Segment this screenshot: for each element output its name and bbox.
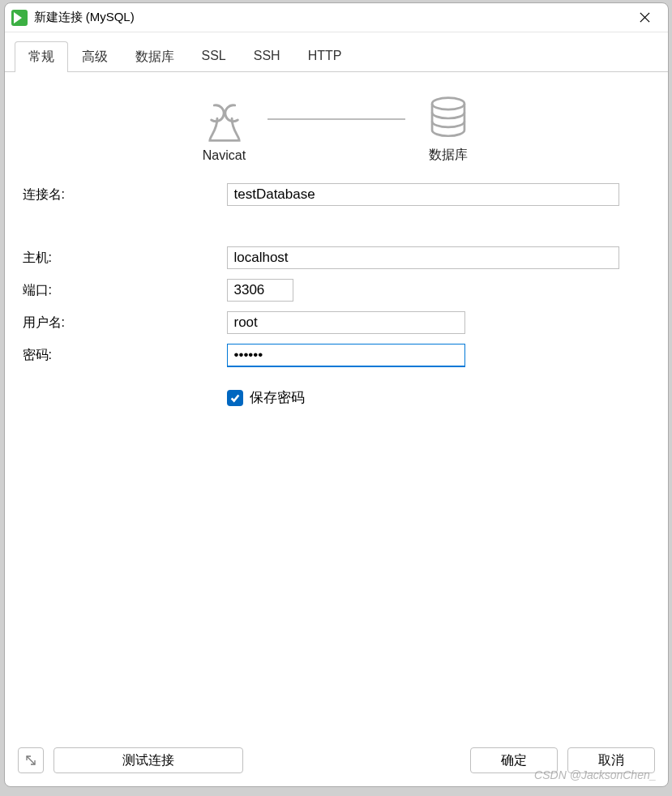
- svg-point-2: [432, 98, 464, 110]
- dialog-window: 新建连接 (MySQL) 常规 高级 数据库 SSL SSH HTTP: [4, 2, 669, 787]
- dialog-footer: 测试连接 确定 取消: [5, 738, 668, 786]
- tab-http[interactable]: HTTP: [294, 41, 356, 72]
- navicat-icon: [201, 96, 248, 143]
- resize-icon: [24, 754, 37, 767]
- row-password: 密码:: [23, 344, 650, 367]
- database-icon: [425, 95, 472, 142]
- hero-connector-line: [268, 118, 405, 120]
- close-button[interactable]: [627, 6, 663, 30]
- titlebar: 新建连接 (MySQL): [5, 3, 668, 32]
- window-title: 新建连接 (MySQL): [34, 10, 627, 25]
- input-port[interactable]: [227, 279, 293, 302]
- label-connection-name: 连接名:: [23, 186, 227, 203]
- tab-bar: 常规 高级 数据库 SSL SSH HTTP: [5, 32, 668, 72]
- test-connection-button[interactable]: 测试连接: [54, 747, 243, 773]
- row-username: 用户名:: [23, 311, 650, 334]
- hero-navicat: Navicat: [201, 96, 248, 163]
- tab-content: Navicat 数据库 连接名: 主机:: [5, 72, 668, 738]
- tab-database[interactable]: 数据库: [122, 41, 188, 72]
- label-save-password: 保存密码: [250, 388, 305, 407]
- hero-database: 数据库: [425, 95, 472, 164]
- label-username: 用户名:: [23, 315, 227, 332]
- resize-grip-button[interactable]: [18, 747, 44, 773]
- row-port: 端口:: [23, 279, 650, 302]
- input-username[interactable]: [227, 311, 465, 334]
- tab-ssl[interactable]: SSL: [188, 41, 240, 72]
- close-icon: [639, 11, 651, 24]
- row-connection-name: 连接名:: [23, 183, 650, 206]
- tab-general[interactable]: 常规: [15, 41, 68, 72]
- label-password: 密码:: [23, 347, 227, 364]
- label-port: 端口:: [23, 282, 227, 299]
- check-icon: [229, 392, 241, 404]
- checkbox-save-password[interactable]: [227, 390, 243, 406]
- app-icon: [11, 10, 28, 26]
- input-host[interactable]: [227, 246, 619, 269]
- row-save-password: 保存密码: [227, 388, 650, 407]
- connection-hero: Navicat 数据库: [23, 95, 650, 164]
- tab-advanced[interactable]: 高级: [68, 41, 122, 72]
- row-host: 主机:: [23, 246, 650, 269]
- input-password[interactable]: [227, 344, 465, 367]
- tab-ssh[interactable]: SSH: [240, 41, 294, 72]
- hero-database-label: 数据库: [429, 147, 468, 164]
- ok-button[interactable]: 确定: [470, 747, 558, 773]
- label-host: 主机:: [23, 250, 227, 267]
- hero-navicat-label: Navicat: [203, 148, 246, 163]
- cancel-button[interactable]: 取消: [567, 747, 655, 773]
- input-connection-name[interactable]: [227, 183, 619, 206]
